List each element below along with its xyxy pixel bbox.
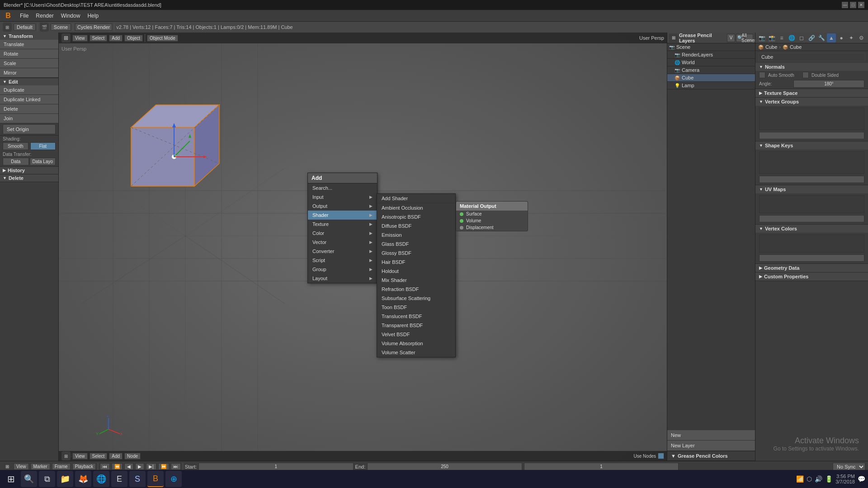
menu-render[interactable]: Render [32, 10, 57, 21]
menu-group[interactable]: Group ▶ [308, 265, 377, 274]
cube-name-input[interactable] [758, 53, 865, 61]
menu-search[interactable]: Search... [308, 183, 377, 192]
vertex-colors-slider[interactable] [759, 254, 864, 262]
menu-help[interactable]: Help [84, 10, 102, 21]
mirror-btn[interactable]: Mirror [0, 68, 58, 78]
taskbar-search[interactable]: 🔍 [21, 471, 37, 487]
props-physics-icon[interactable]: ⚙ [857, 33, 866, 42]
vp-add-btn[interactable]: Add [109, 35, 123, 42]
menu-converter[interactable]: Converter ▶ [308, 247, 377, 256]
props-scene-icon[interactable]: 📷 [757, 33, 766, 42]
viewport-container[interactable]: ⊞ View Select Add Object Object Mode Use… [59, 33, 667, 461]
taskbar-task-view[interactable]: ⧉ [39, 471, 55, 487]
shader-velvet-bsdf[interactable]: Velvet BSDF [377, 330, 455, 339]
next-frame-btn[interactable]: ▶| [146, 463, 156, 470]
bluetooth-icon[interactable]: ⬡ [807, 475, 812, 483]
play-btn[interactable]: ▶ [135, 463, 144, 470]
shader-emission[interactable]: Emission [377, 230, 455, 239]
auto-smooth-checkbox[interactable] [759, 72, 765, 78]
current-frame-input[interactable]: 1 [524, 463, 679, 470]
duplicate-linked-btn[interactable]: Duplicate Linked [0, 95, 58, 104]
custom-props-header[interactable]: ▶ Custom Properties [755, 272, 868, 281]
node-node-btn[interactable]: Node [124, 453, 141, 460]
notification-icon[interactable]: 💬 [858, 475, 865, 483]
vp-object-btn[interactable]: Object [124, 35, 143, 42]
battery-icon[interactable]: 🔋 [825, 475, 833, 483]
sync-select[interactable]: No Sync [833, 463, 865, 471]
shader-ambient-occlusion[interactable]: Ambient Occlusion [377, 203, 455, 212]
menu-input[interactable]: Input ▶ [308, 192, 377, 202]
gp-new-btn[interactable]: New [667, 430, 755, 441]
shader-translucent-bsdf[interactable]: Translucent BSDF [377, 312, 455, 321]
vp-editor-icon[interactable]: ⊞ [61, 33, 71, 42]
transform-header[interactable]: ▼ Transform [0, 33, 58, 40]
taskbar-chrome[interactable]: 🌐 [93, 471, 109, 487]
node-view-btn[interactable]: View [72, 453, 88, 460]
taskbar-file-explorer[interactable]: 📁 [57, 471, 73, 487]
gp-colors-header[interactable]: ▼ Grease Pencil Colors [667, 451, 755, 461]
taskbar-steam[interactable]: S [129, 471, 146, 487]
join-btn[interactable]: Join [0, 114, 58, 123]
maximize-button[interactable]: □ [850, 2, 856, 8]
viewport-3d[interactable]: User Persp X Y Z (1) Cube Add Search... [59, 33, 667, 461]
menu-layout[interactable]: Layout ▶ [308, 274, 377, 283]
volume-icon[interactable]: 🔊 [815, 475, 822, 483]
shader-anisotropic-bsdf[interactable]: Anisotropic BSDF [377, 212, 455, 221]
layout-select[interactable]: Default [14, 23, 36, 31]
node-select-btn[interactable]: Select [90, 453, 108, 460]
props-layers-icon[interactable]: ≡ [777, 33, 786, 42]
duplicate-btn[interactable]: Duplicate [0, 85, 58, 95]
shader-refraction-bsdf[interactable]: Refraction BSDF [377, 285, 455, 294]
set-origin-btn[interactable]: Set Origin [3, 124, 56, 134]
angle-value[interactable]: 180° [793, 80, 864, 88]
shader-volume-absorption[interactable]: Volume Absorption [377, 339, 455, 348]
menu-texture[interactable]: Texture ▶ [308, 220, 377, 229]
shader-diffuse-bsdf[interactable]: Diffuse BSDF [377, 221, 455, 230]
gp-view-btn[interactable]: V [727, 34, 735, 42]
start-frame-input[interactable]: 1 [198, 463, 354, 470]
prev-frame-btn[interactable]: ◀ [124, 463, 133, 470]
shader-holdout[interactable]: Holdout [377, 267, 455, 276]
geometry-data-header[interactable]: ▶ Geometry Data [755, 264, 868, 272]
edit-header[interactable]: ▼ Edit [0, 78, 58, 85]
taskbar-firefox[interactable]: 🦊 [75, 471, 91, 487]
gp-lamp-item[interactable]: 💡 Lamp [667, 82, 755, 89]
gp-new-layer-btn[interactable]: New Layer [667, 441, 755, 451]
close-button[interactable]: ✕ [858, 2, 864, 8]
translate-btn[interactable]: Translate [0, 40, 58, 49]
scale-btn[interactable]: Scale [0, 59, 58, 68]
menu-output[interactable]: Output ▶ [308, 202, 377, 211]
taskbar-other[interactable]: ⊕ [165, 471, 182, 487]
delete-section-header[interactable]: ▼ Delete [0, 174, 58, 182]
shader-glass-bsdf[interactable]: Glass BSDF [377, 239, 455, 249]
shader-toon-bsdf[interactable]: Toon BSDF [377, 303, 455, 312]
timeline-playback-btn[interactable]: Playback [72, 463, 96, 470]
taskbar-blender[interactable]: B [147, 471, 164, 487]
props-world-icon[interactable]: 🌐 [787, 33, 796, 42]
shader-hair-bsdf[interactable]: Hair BSDF [377, 258, 455, 267]
gp-world-item[interactable]: 🌐 World [667, 59, 755, 66]
prev-keyframe-btn[interactable]: ⏪ [112, 463, 123, 470]
vertex-colors-header[interactable]: ▼ Vertex Colors [755, 225, 868, 233]
timeline-frame-btn[interactable]: Frame [52, 463, 71, 470]
props-modifiers-icon[interactable]: 🔧 [817, 33, 826, 42]
gp-scene-item[interactable]: 📷 Scene [667, 43, 755, 51]
start-button[interactable]: ⊞ [3, 471, 19, 487]
jump-start-btn[interactable]: ⏮ [100, 463, 110, 470]
props-render-icon[interactable]: 📸 [767, 33, 776, 42]
menu-color[interactable]: Color ▶ [308, 229, 377, 238]
render-engine-select[interactable]: Cycles Render [75, 23, 112, 31]
props-object-icon[interactable]: ◻ [797, 33, 806, 42]
uv-maps-slider[interactable] [759, 215, 864, 222]
double-sided-checkbox[interactable] [802, 72, 809, 78]
jump-end-btn[interactable]: ⏭ [171, 463, 181, 470]
gp-camera-item[interactable]: 📷 Camera [667, 66, 755, 74]
history-header[interactable]: ▶ History [0, 167, 58, 174]
uv-maps-header[interactable]: ▼ UV Maps [755, 185, 868, 193]
normals-header[interactable]: ▼ Normals [755, 63, 868, 71]
gp-editor-icon[interactable]: ⊞ [669, 33, 678, 42]
vp-view-btn[interactable]: View [72, 35, 88, 42]
use-nodes-checkbox[interactable] [658, 453, 664, 459]
props-material-icon[interactable]: ● [837, 33, 846, 42]
shader-glossy-bsdf[interactable]: Glossy BSDF [377, 249, 455, 258]
